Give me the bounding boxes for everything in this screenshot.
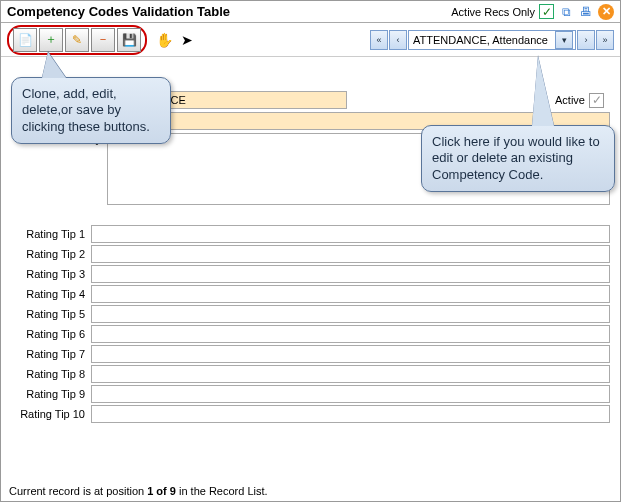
tip-field-7[interactable]	[91, 345, 610, 363]
tip-field-9[interactable]	[91, 385, 610, 403]
tip-label: Rating Tip 1	[11, 228, 91, 240]
print-icon[interactable]: 🖶	[578, 4, 594, 20]
callout-crud-text: Clone, add, edit, delete,or save by clic…	[22, 86, 150, 134]
tip-field-10[interactable]	[91, 405, 610, 423]
tip-label: Rating Tip 7	[11, 348, 91, 360]
tip-row: Rating Tip 4	[11, 285, 610, 303]
tip-label: Rating Tip 10	[11, 408, 91, 420]
tip-row: Rating Tip 6	[11, 325, 610, 343]
close-icon[interactable]: ✕	[598, 4, 614, 20]
copy-icon[interactable]: ⧉	[558, 4, 574, 20]
nav-last-button[interactable]: »	[596, 30, 614, 50]
tip-label: Rating Tip 2	[11, 248, 91, 260]
app-window: Competency Codes Validation Table Active…	[0, 0, 621, 502]
tip-label: Rating Tip 4	[11, 288, 91, 300]
title-bar: Competency Codes Validation Table Active…	[1, 1, 620, 23]
status-prefix: Current record is at position	[9, 485, 147, 497]
chevron-down-icon: ▾	[555, 31, 573, 49]
tip-row: Rating Tip 1	[11, 225, 610, 243]
tip-label: Rating Tip 5	[11, 308, 91, 320]
save-button[interactable]: 💾	[117, 28, 141, 52]
tip-row: Rating Tip 3	[11, 265, 610, 283]
tip-row: Rating Tip 2	[11, 245, 610, 263]
tip-row: Rating Tip 8	[11, 365, 610, 383]
tip-field-5[interactable]	[91, 305, 610, 323]
clone-button[interactable]: 📄	[13, 28, 37, 52]
tip-field-2[interactable]	[91, 245, 610, 263]
tip-row: Rating Tip 10	[11, 405, 610, 423]
crud-button-group: 📄 ＋ ✎ － 💾	[7, 25, 147, 55]
record-navigator: « ‹ ATTENDANCE, Attendance ▾ › »	[370, 30, 614, 50]
nav-prev-button[interactable]: ‹	[389, 30, 407, 50]
tip-label: Rating Tip 6	[11, 328, 91, 340]
callout-crud: Clone, add, edit, delete,or save by clic…	[11, 77, 171, 144]
callout-select-text: Click here if you would like to edit or …	[432, 134, 600, 182]
record-select[interactable]: ATTENDANCE, Attendance ▾	[408, 30, 576, 50]
callout-select: Click here if you would like to edit or …	[421, 125, 615, 192]
status-suffix: in the Record List.	[176, 485, 268, 497]
tip-field-1[interactable]	[91, 225, 610, 243]
title-controls: Active Recs Only ✓ ⧉ 🖶 ✕	[451, 4, 614, 20]
tip-row: Rating Tip 9	[11, 385, 610, 403]
active-label: Active	[555, 94, 585, 106]
active-checkbox[interactable]: ✓	[589, 93, 604, 108]
hand-icon[interactable]: ✋	[153, 29, 175, 51]
nav-next-button[interactable]: ›	[577, 30, 595, 50]
rating-tips: Rating Tip 1 Rating Tip 2 Rating Tip 3 R…	[11, 225, 610, 423]
tip-field-3[interactable]	[91, 265, 610, 283]
nav-first-button[interactable]: «	[370, 30, 388, 50]
active-recs-label: Active Recs Only	[451, 6, 535, 18]
tip-row: Rating Tip 7	[11, 345, 610, 363]
page-title: Competency Codes Validation Table	[7, 4, 230, 19]
active-wrap: Active ✓	[555, 93, 610, 108]
tip-field-4[interactable]	[91, 285, 610, 303]
active-recs-checkbox[interactable]: ✓	[539, 4, 554, 19]
tip-row: Rating Tip 5	[11, 305, 610, 323]
tip-label: Rating Tip 9	[11, 388, 91, 400]
add-button[interactable]: ＋	[39, 28, 63, 52]
cursor-icon: ➤	[181, 32, 193, 48]
status-bar: Current record is at position 1 of 9 in …	[9, 485, 268, 497]
toolbar: 📄 ＋ ✎ － 💾 ✋ ➤ « ‹ ATTENDANCE, Attendance…	[1, 23, 620, 57]
tip-label: Rating Tip 8	[11, 368, 91, 380]
tip-field-8[interactable]	[91, 365, 610, 383]
record-select-value: ATTENDANCE, Attendance	[413, 34, 548, 46]
edit-button[interactable]: ✎	[65, 28, 89, 52]
tip-field-6[interactable]	[91, 325, 610, 343]
status-position: 1 of 9	[147, 485, 176, 497]
delete-button[interactable]: －	[91, 28, 115, 52]
tip-label: Rating Tip 3	[11, 268, 91, 280]
